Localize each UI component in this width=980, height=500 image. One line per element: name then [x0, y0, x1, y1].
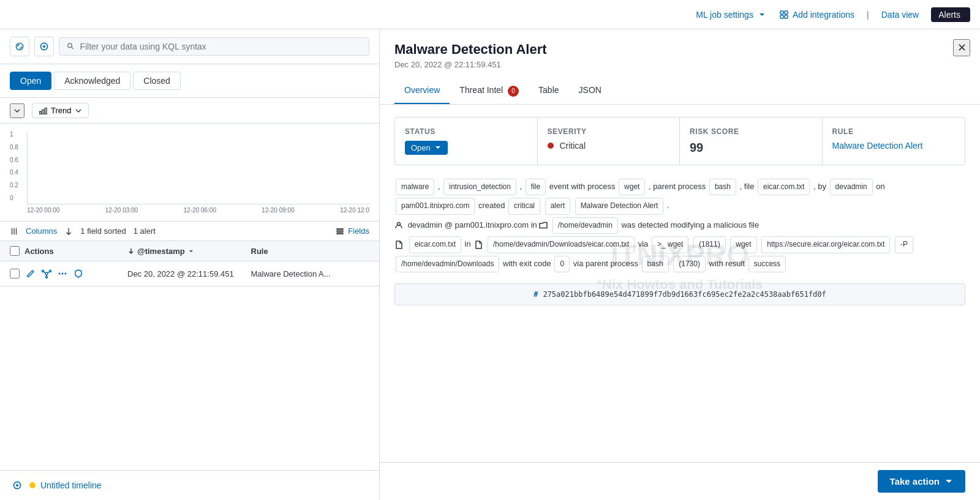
status-cell: Status Open — [395, 118, 538, 165]
svg-rect-2 — [780, 15, 783, 18]
trend-button[interactable]: Trend — [32, 103, 89, 118]
svg-rect-16 — [337, 228, 344, 229]
tab-threat-intel[interactable]: Threat Intel 0 — [450, 79, 529, 104]
folder-icon — [539, 221, 548, 229]
status-tabs: Open Acknowledged Closed — [0, 64, 379, 98]
close-button[interactable]: ✕ — [953, 39, 970, 56]
hash-symbol: # — [533, 290, 538, 299]
fields-label[interactable]: Fields — [348, 226, 369, 236]
plus-icon — [39, 42, 49, 51]
user-icon — [394, 221, 403, 229]
risk-value: 99 — [690, 141, 812, 155]
status-label: Status — [405, 127, 527, 136]
col-rule-header: Rule — [251, 247, 370, 256]
desc-host2: pam001.itnixpro.com — [454, 220, 529, 229]
severity-label: Severity — [548, 127, 670, 136]
alert-count: 1 alert — [134, 226, 156, 236]
investigate-icon[interactable] — [24, 267, 37, 280]
select-all-checkbox[interactable] — [10, 246, 20, 256]
detail-timestamp: Dec 20, 2022 @ 22:11:59.451 — [394, 60, 965, 69]
row-timestamp: Dec 20, 2022 @ 22:11:59.451 — [127, 269, 246, 278]
sort-label: 1 field sorted — [80, 226, 126, 236]
sync-button[interactable] — [10, 37, 29, 56]
pencil-icon — [26, 269, 36, 278]
take-action-bar: Take action — [380, 462, 980, 500]
file2-icon — [474, 241, 483, 249]
tag-host: pam001.itnixpro.com — [396, 198, 475, 215]
tag-dlpath: /home/devadmin/Downloads — [396, 256, 499, 273]
tab-overview[interactable]: Overview — [394, 79, 450, 104]
risk-cell: Risk Score 99 — [680, 118, 823, 165]
tag-pid2: (1730) — [673, 256, 706, 273]
detail-title: Malware Detection Alert — [394, 42, 965, 58]
tag-pid1: (1811) — [693, 236, 726, 253]
tag-malware: malware — [396, 179, 434, 196]
take-action-button[interactable]: Take action — [878, 470, 965, 493]
timeline-label[interactable]: Untitled timeline — [40, 480, 102, 490]
ml-job-settings[interactable]: ML job settings — [696, 10, 767, 20]
data-view-label: Data view — [881, 10, 919, 20]
svg-rect-1 — [785, 11, 788, 14]
svg-point-26 — [59, 273, 61, 275]
severity-dot — [548, 143, 554, 149]
file-icon — [394, 241, 403, 249]
tag-url: https://secure.eicar.org/eicar.com.txt — [761, 236, 890, 253]
filter-input-wrapper[interactable] — [59, 37, 369, 56]
columns-label[interactable]: Columns — [26, 226, 57, 236]
collapse-button[interactable] — [10, 103, 24, 118]
detail-tabs: Overview Threat Intel 0 Table JSON — [394, 79, 965, 104]
svg-point-8 — [68, 43, 72, 48]
search-input[interactable] — [80, 42, 361, 51]
svg-point-28 — [65, 273, 67, 275]
top-bar: ML job settings Add integrations | Data … — [0, 0, 980, 29]
controls-bar: Trend — [0, 98, 379, 124]
chevron-down-icon — [75, 107, 82, 114]
analyze-icon[interactable] — [40, 267, 53, 280]
tab-acknowledged[interactable]: Acknowledged — [54, 72, 130, 90]
svg-rect-11 — [42, 110, 44, 114]
svg-rect-17 — [337, 231, 344, 232]
columns-icon — [10, 227, 18, 236]
tag-bash2: bash — [642, 256, 669, 273]
tab-closed[interactable]: Closed — [133, 72, 181, 90]
add-filter-button[interactable] — [34, 37, 54, 56]
dots-icon — [58, 269, 67, 278]
tab-table[interactable]: Table — [529, 79, 568, 104]
more-actions-icon[interactable] — [56, 267, 69, 280]
table-row: Dec 20, 2022 @ 22:11:59.451 Malware Dete… — [0, 261, 379, 286]
tag-bash: bash — [709, 179, 736, 196]
svg-point-27 — [62, 273, 64, 275]
rule-link[interactable]: Malware Detection Alert — [832, 141, 923, 151]
detail-content: Status Open Severity Critical — [380, 105, 980, 463]
row-checkbox[interactable] — [10, 269, 20, 278]
tab-json[interactable]: JSON — [569, 79, 611, 104]
data-view[interactable]: Data view — [881, 10, 919, 20]
tab-open[interactable]: Open — [10, 72, 51, 90]
chart-area: 1 0.8 0.6 0.4 0.2 0 12-20 00:00 12-20 03… — [0, 124, 379, 222]
integrations-icon — [779, 10, 789, 20]
tag-file3: eicar.com.txt — [409, 236, 461, 253]
ml-settings-label: ML job settings — [696, 10, 753, 20]
add-integrations[interactable]: Add integrations — [779, 10, 854, 20]
chart-plot — [27, 131, 369, 204]
tag-result: success — [748, 256, 786, 273]
svg-point-22 — [46, 277, 48, 278]
tag-flag: -P — [895, 236, 913, 253]
tag-file2: eicar.com.txt — [758, 179, 810, 196]
severity-cell: Severity Critical — [538, 118, 680, 165]
add-timeline-button[interactable] — [10, 478, 24, 493]
open-status-button[interactable]: Open — [405, 141, 448, 155]
desc-text3: , file — [740, 182, 755, 191]
chevron-icon — [187, 247, 195, 255]
alerts-button[interactable]: Alerts — [931, 7, 970, 22]
tag-rule-name: Malware Detection Alert — [575, 198, 664, 215]
sort-icon — [64, 227, 73, 236]
chart-content: 12-20 00:00 12-20 03:00 12-20 06:00 12-2… — [27, 131, 369, 214]
status-value: Open — [405, 141, 527, 155]
threat-intel-badge: 0 — [508, 86, 519, 97]
status-icon[interactable] — [72, 267, 85, 280]
svg-rect-10 — [40, 111, 42, 113]
tag-wget2: wget — [730, 236, 756, 253]
right-panel: ITNIXPRO *Nix Howtos and Tutorials ✕ Mal… — [380, 29, 980, 500]
svg-rect-3 — [785, 15, 788, 18]
